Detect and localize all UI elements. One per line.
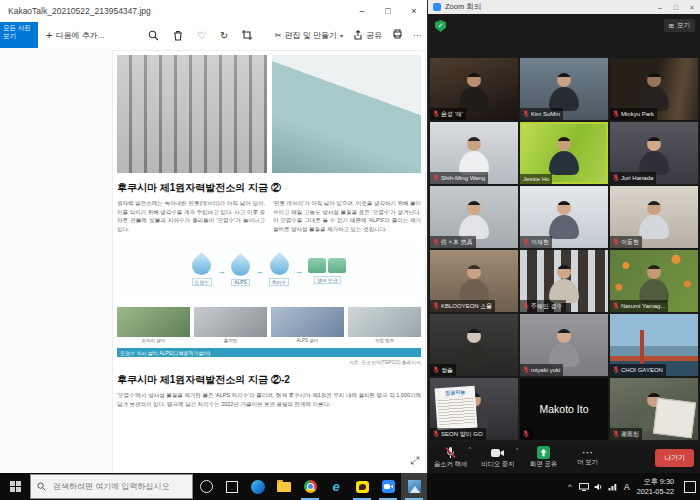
add-to-label: 다음에 추가... [55, 30, 104, 41]
poster-title: 인공지능 [437, 387, 474, 396]
participant-name-tag: SEON 양미 GO [430, 428, 486, 440]
taskbar-clock[interactable]: 오후 9:30 2021-05-22 [637, 477, 674, 495]
participant-name-tag: 이재현 [520, 236, 552, 248]
zoom-window: Zoom 회의 – □ × ✓ ⊞ 보기 윤성 '재'Kim SuMinMink… [428, 0, 700, 473]
task-view-button[interactable] [219, 473, 245, 500]
participant-tile[interactable]: 佐々木 悠真 [430, 186, 518, 248]
participant-name-tag: 佐々木 悠真 [430, 236, 476, 248]
participant-tile[interactable]: 인공지능SEON 양미 GO [430, 378, 518, 440]
taskbar-zoom[interactable] [375, 473, 401, 500]
participant-tile[interactable]: Minkyu Park [610, 58, 698, 120]
view-button[interactable]: ⊞ 보기 [664, 19, 695, 32]
leave-meeting-button[interactable]: 나가기 [655, 449, 694, 467]
thumbnail-caption: 흡착탑 [194, 338, 267, 343]
cortana-button[interactable] [193, 473, 219, 500]
action-center-icon[interactable] [684, 481, 696, 493]
crop-icon[interactable] [242, 30, 252, 40]
taskbar-internet-explorer[interactable]: e [323, 473, 349, 500]
rotate-icon[interactable]: ↻ [220, 30, 228, 41]
share-button[interactable]: 공유 [353, 30, 382, 41]
start-button[interactable] [0, 473, 30, 500]
taskbar-search[interactable] [30, 474, 193, 499]
search-icon [37, 482, 46, 491]
close-button[interactable]: × [401, 0, 427, 22]
participant-tile[interactable]: 주혜민 경수 [520, 250, 608, 312]
expand-icon[interactable]: ⤢ [410, 454, 419, 467]
maximize-button[interactable]: □ [668, 4, 684, 11]
participant-tile[interactable]: Makoto Ito [520, 378, 608, 440]
participant-name-tag: Narumi Yamag... [610, 300, 668, 312]
document-image[interactable]: 후쿠시마 제1원자력발전소의 지금 ② 원자력 발전소에는 녹아내린 연료(데브… [113, 51, 425, 500]
internet-explorer-icon: e [332, 480, 339, 493]
share-icon [353, 30, 363, 40]
diagram-tank: 탱크 보관 [308, 258, 346, 284]
hidden-icons-chevron[interactable]: ^ [568, 482, 572, 491]
more-button[interactable]: ⋯ [413, 31, 421, 40]
tank-icon [328, 258, 346, 273]
more-options-button[interactable]: ⋯ 더 보기 [572, 448, 602, 467]
participant-name-tag: Minkyu Park [610, 108, 657, 120]
taskbar-kakaotalk[interactable] [349, 473, 375, 500]
minimize-button[interactable]: – [349, 0, 375, 22]
participant-tile[interactable]: KBLOOYEON 소율 [430, 250, 518, 312]
water-drop-icon [188, 252, 215, 279]
print-button[interactable] [392, 29, 403, 41]
muted-mic-icon [523, 302, 529, 310]
participant-name: 주혜민 경수 [531, 303, 563, 309]
stop-video-button[interactable]: ^ 비디오 중지 [481, 447, 514, 469]
add-to-button[interactable]: + 다음에 추가... [46, 29, 104, 41]
taskbar-chrome[interactable] [297, 473, 323, 500]
display-icon[interactable] [579, 483, 589, 491]
participant-tile[interactable]: 윤성 '재' [430, 58, 518, 120]
participant-tile[interactable]: Narumi Yamag... [610, 250, 698, 312]
more-label: 더 보기 [577, 458, 598, 467]
ime-indicator[interactable]: A [624, 482, 630, 492]
participant-tile[interactable]: Jessie Ho [520, 122, 608, 184]
participant-name: Juri Hanada [621, 175, 653, 181]
zoom-icon[interactable] [148, 30, 159, 41]
taskbar-file-explorer[interactable] [271, 473, 297, 500]
participant-name: Shih-Ming Wang [441, 175, 485, 181]
participant-tile[interactable]: 이동현 [610, 186, 698, 248]
participant-tile[interactable]: Juri Hanada [610, 122, 698, 184]
book-graphic [653, 398, 696, 439]
participant-tile[interactable]: 정솔 [430, 314, 518, 376]
speaker-icon[interactable] [594, 483, 603, 491]
taskbar-photos[interactable] [401, 473, 427, 500]
minimize-button[interactable]: – [652, 4, 668, 11]
unmute-button[interactable]: ^ 음소거 해제 [434, 446, 467, 469]
muted-mic-icon [613, 430, 619, 438]
taskbar-edge[interactable] [245, 473, 271, 500]
doc-photo-bar: 오염수 처리 설비 ALPS(다핵종제거설비) [117, 348, 421, 357]
file-explorer-icon [277, 482, 291, 492]
participant-name-tag: Kim SuMin [520, 108, 563, 120]
camera-icon [490, 447, 505, 459]
share-screen-icon [537, 446, 550, 459]
delete-icon[interactable] [173, 30, 183, 41]
maximize-button[interactable]: □ [375, 0, 401, 22]
share-screen-button[interactable]: 화면 공유 [528, 446, 558, 469]
participant-tile[interactable]: 이재현 [520, 186, 608, 248]
participant-tile[interactable]: miyaki yuki [520, 314, 608, 376]
security-shield-icon[interactable]: ✓ [435, 20, 446, 32]
photos-app-icon [408, 480, 421, 493]
favorite-icon[interactable]: ♡ [197, 30, 206, 41]
aerial-photo [272, 55, 422, 173]
kakaotalk-icon [356, 481, 369, 493]
search-input[interactable] [51, 481, 185, 492]
chevron-up-icon[interactable]: ^ [516, 447, 519, 453]
participant-tile[interactable]: CHOI GAYEON [610, 314, 698, 376]
participant-tile[interactable]: Kim SuMin [520, 58, 608, 120]
participant-tile[interactable]: Shih-Ming Wang [430, 122, 518, 184]
close-button[interactable]: × [684, 4, 700, 11]
participant-tile[interactable]: 谢雨彤 [610, 378, 698, 440]
document-photo-row [117, 55, 421, 173]
all-photos-button[interactable]: 모든 사진 보기 [0, 22, 38, 48]
network-icon[interactable] [608, 483, 617, 491]
photos-canvas[interactable]: 후쿠시마 제1원자력발전소의 지금 ② 원자력 발전소에는 녹아내린 연료(데브… [0, 48, 427, 473]
edit-create-button[interactable]: ✂ 편집 및 만들기 ▾ [275, 30, 343, 41]
edit-create-label: 편집 및 만들기 [285, 30, 337, 41]
doc-thumbnail-row: 전처리 설비 흡착탑 ALPS 설비 저장 탱크 [117, 307, 421, 343]
chevron-up-icon[interactable]: ^ [468, 446, 471, 452]
doc-body-text: '오염수'에서 방사성 물질을 제거한 물은 'ALPS 처리수'라 불리며, … [117, 391, 421, 409]
